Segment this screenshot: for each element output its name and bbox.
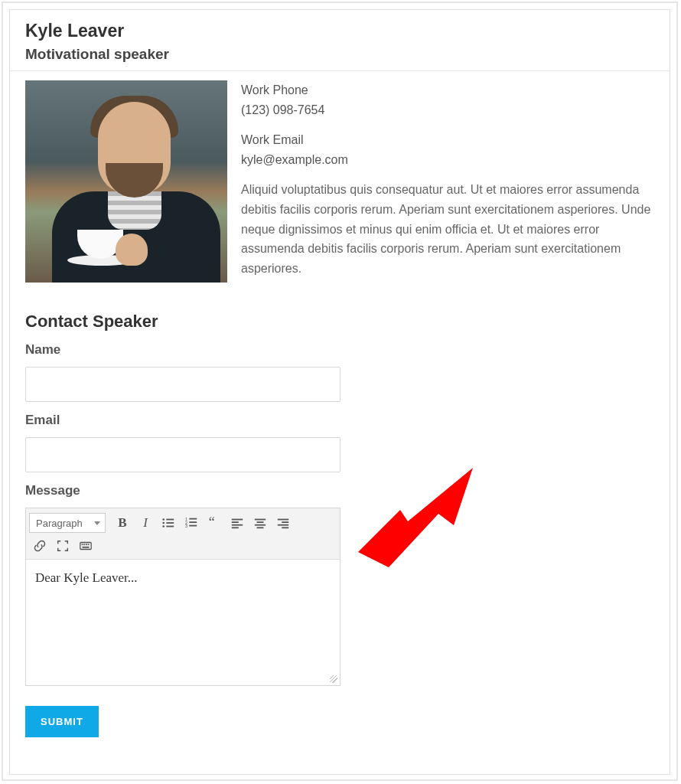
editor-toolbar: Paragraph B I 123 “ (26, 508, 340, 560)
align-left-button[interactable] (226, 513, 248, 533)
quote-icon: “ (207, 516, 221, 530)
bold-button[interactable]: B (112, 513, 133, 533)
speaker-title: Motivational speaker (25, 46, 654, 63)
phone-value: (123) 098-7654 (241, 100, 654, 120)
svg-rect-18 (257, 522, 264, 524)
svg-text:“: “ (209, 516, 215, 530)
svg-rect-23 (278, 524, 288, 526)
annotation-arrow (358, 468, 481, 567)
email-value: kyle@example.com (241, 150, 654, 170)
align-right-icon (276, 516, 290, 530)
svg-rect-15 (232, 524, 243, 526)
svg-rect-3 (166, 522, 174, 524)
svg-rect-29 (88, 544, 90, 546)
svg-rect-22 (282, 522, 288, 524)
message-textarea[interactable]: Dear Kyle Leaver... (26, 560, 340, 675)
svg-text:3: 3 (185, 524, 187, 529)
svg-rect-7 (189, 518, 197, 520)
svg-rect-30 (83, 547, 90, 548)
keyboard-icon (79, 539, 93, 553)
fullscreen-icon (56, 539, 70, 553)
name-label: Name (25, 342, 331, 358)
link-icon (33, 539, 47, 553)
numbered-list-button[interactable]: 123 (181, 513, 202, 533)
svg-point-4 (162, 525, 165, 528)
submit-button[interactable]: Submit (25, 706, 99, 737)
blockquote-button[interactable]: “ (204, 513, 225, 533)
svg-rect-16 (232, 528, 239, 529)
speaker-info: Work Phone (123) 098-7654 Work Email kyl… (241, 80, 654, 290)
svg-rect-24 (282, 528, 288, 529)
name-input[interactable] (25, 367, 340, 402)
svg-rect-20 (257, 528, 264, 529)
align-right-button[interactable] (272, 513, 294, 533)
align-center-button[interactable] (249, 513, 271, 533)
svg-rect-5 (166, 526, 174, 528)
svg-point-0 (162, 518, 165, 521)
svg-rect-21 (278, 519, 288, 521)
keyboard-help-button[interactable] (75, 536, 96, 556)
numbered-list-icon: 123 (184, 516, 198, 530)
link-button[interactable] (29, 536, 51, 556)
svg-point-2 (162, 522, 165, 524)
contact-heading: Contact Speaker (25, 312, 654, 332)
svg-rect-9 (189, 522, 197, 524)
svg-rect-19 (255, 524, 266, 526)
format-select[interactable]: Paragraph (29, 513, 106, 533)
resize-handle[interactable] (26, 675, 340, 685)
speaker-photo (25, 80, 227, 283)
italic-button[interactable]: I (135, 513, 156, 533)
rich-text-editor: Paragraph B I 123 “ (25, 508, 340, 686)
email-label: Work Email (241, 130, 654, 150)
message-label: Message (25, 483, 331, 498)
svg-rect-13 (232, 519, 243, 521)
svg-rect-1 (166, 519, 174, 521)
svg-rect-28 (86, 544, 87, 546)
format-select-label: Paragraph (36, 518, 83, 529)
speaker-bio: Aliquid voluptatibus quis consequatur au… (241, 180, 654, 278)
svg-rect-25 (80, 543, 91, 550)
profile-row: Work Phone (123) 098-7654 Work Email kyl… (10, 71, 670, 290)
email-input[interactable] (25, 437, 340, 472)
bullet-list-icon (161, 516, 175, 530)
align-center-icon (253, 516, 267, 530)
bullet-list-button[interactable] (158, 513, 179, 533)
svg-rect-26 (82, 544, 83, 546)
speaker-card: Kyle Leaver Motivational speaker Work Ph… (9, 9, 670, 775)
align-left-icon (230, 516, 244, 530)
svg-rect-14 (232, 522, 239, 524)
email-label-field: Email (25, 413, 331, 428)
phone-label: Work Phone (241, 80, 654, 100)
chevron-down-icon (94, 521, 100, 525)
fullscreen-button[interactable] (52, 536, 73, 556)
page-frame: Kyle Leaver Motivational speaker Work Ph… (2, 2, 678, 781)
svg-rect-17 (255, 519, 266, 521)
svg-rect-11 (189, 525, 197, 527)
contact-form: Name Email Message Paragraph B I (10, 342, 347, 737)
card-header: Kyle Leaver Motivational speaker (10, 10, 670, 71)
speaker-name: Kyle Leaver (25, 21, 654, 41)
svg-marker-31 (358, 468, 473, 567)
svg-rect-27 (83, 544, 85, 546)
